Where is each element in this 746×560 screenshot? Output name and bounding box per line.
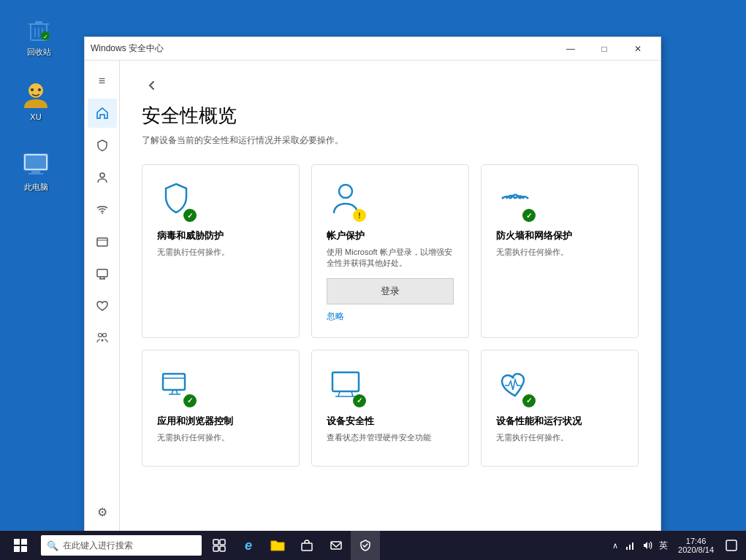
sidebar-health[interactable] xyxy=(88,291,117,321)
svg-rect-39 xyxy=(14,546,20,552)
tray-volume[interactable] xyxy=(640,531,655,560)
clock-date: 2020/8/14 xyxy=(678,545,714,554)
svg-rect-49 xyxy=(632,542,633,550)
store-button[interactable] xyxy=(292,531,321,560)
svg-rect-13 xyxy=(26,156,46,169)
device-performance-title: 设备性能和运行状况 xyxy=(496,415,623,428)
svg-rect-48 xyxy=(629,545,631,550)
tray-network[interactable] xyxy=(623,531,637,560)
sidebar-shield[interactable] xyxy=(88,131,117,160)
notification-button[interactable] xyxy=(720,531,743,560)
recycle-bin-label: 回收站 xyxy=(27,47,51,58)
mail-button[interactable] xyxy=(321,531,351,560)
card-virus-protection[interactable]: ✓ 病毒和威胁防护 无需执行任何操作。 xyxy=(142,164,300,338)
svg-rect-33 xyxy=(332,372,359,391)
tray-lang[interactable]: 英 xyxy=(658,531,669,560)
sidebar-wifi[interactable] xyxy=(88,195,117,224)
card-app-browser[interactable]: ✓ 应用和浏览器控制 无需执行任何操作。 xyxy=(142,350,300,467)
sidebar-family[interactable] xyxy=(88,323,117,353)
login-button[interactable]: 登录 xyxy=(327,278,454,304)
svg-point-27 xyxy=(339,185,352,198)
desktop-icon-user[interactable]: XU xyxy=(10,80,61,121)
tray-chevron[interactable]: ∧ xyxy=(611,531,620,560)
svg-rect-37 xyxy=(14,539,20,545)
svg-point-10 xyxy=(38,88,41,91)
back-button[interactable] xyxy=(142,75,162,96)
app-browser-desc: 无需执行任何操作。 xyxy=(157,432,284,443)
svg-point-24 xyxy=(98,334,102,337)
user-label: XU xyxy=(30,112,41,121)
window-controls: — □ ✕ xyxy=(554,37,655,61)
svg-rect-14 xyxy=(31,170,40,173)
device-security-icon-area: ✓ xyxy=(327,365,365,406)
start-button[interactable] xyxy=(3,531,38,560)
edge-button[interactable]: e xyxy=(234,531,263,560)
firewall-desc: 无需执行任何操作。 xyxy=(496,247,623,258)
search-bar[interactable]: 🔍 在此键入进行搜索 xyxy=(41,535,202,556)
sidebar-person[interactable] xyxy=(88,163,117,192)
svg-rect-45 xyxy=(302,543,312,551)
virus-icon-area: ✓ xyxy=(157,180,195,220)
svg-rect-38 xyxy=(21,539,27,545)
device-security-title: 设备安全性 xyxy=(327,415,454,428)
minimize-button[interactable]: — xyxy=(554,37,587,61)
svg-rect-50 xyxy=(726,540,737,551)
main-content: 安全性概览 了解设备当前的安全性和运行情况并采取必要操作。 ✓ 病毒和威胁防护 … xyxy=(120,61,661,532)
svg-rect-18 xyxy=(97,238,107,246)
taskbar: 🔍 在此键入进行搜索 e ∧ xyxy=(0,531,746,560)
search-icon: 🔍 xyxy=(47,540,58,551)
user-icon xyxy=(21,80,50,110)
desktop-icon-recycle[interactable]: ✓ 回收站 xyxy=(13,15,64,58)
virus-desc: 无需执行任何操作。 xyxy=(157,247,284,258)
sidebar-home[interactable] xyxy=(88,99,117,128)
account-desc: 使用 Microsoft 帐户登录，以增强安全性并获得其他好处。 xyxy=(327,247,454,269)
app-browser-title: 应用和浏览器控制 xyxy=(157,415,284,428)
card-account-protection[interactable]: ! 帐户保护 使用 Microsoft 帐户登录，以增强安全性并获得其他好处。 … xyxy=(311,164,469,338)
sidebar-settings[interactable]: ⚙ xyxy=(88,497,117,526)
svg-point-26 xyxy=(101,340,103,342)
virus-title: 病毒和威胁防护 xyxy=(157,229,284,242)
page-title: 安全性概览 xyxy=(142,103,639,129)
svg-point-25 xyxy=(102,334,106,337)
system-tray: ∧ 英 xyxy=(608,531,672,560)
device-security-status-badge: ✓ xyxy=(353,394,366,407)
security-window: Windows 安全中心 — □ ✕ ≡ xyxy=(84,37,661,533)
window-body: ≡ xyxy=(85,61,661,532)
card-device-security[interactable]: ✓ 设备安全性 查看状态并管理硬件安全功能 xyxy=(311,350,469,467)
svg-rect-20 xyxy=(97,269,107,277)
svg-rect-42 xyxy=(220,540,225,545)
svg-rect-28 xyxy=(163,374,185,390)
explorer-button[interactable] xyxy=(263,531,292,560)
svg-rect-2 xyxy=(35,21,42,24)
sidebar-hamburger[interactable]: ≡ xyxy=(88,66,117,96)
svg-rect-41 xyxy=(213,540,218,545)
cards-grid: ✓ 病毒和威胁防护 无需执行任何操作。 ! 帐户保护 使用 M xyxy=(142,164,639,467)
clock[interactable]: 17:46 2020/8/14 xyxy=(672,531,720,560)
thispc-icon xyxy=(21,150,50,179)
desktop-icon-thispc[interactable]: 此电脑 xyxy=(10,150,61,193)
title-bar: Windows 安全中心 — □ ✕ xyxy=(85,37,661,61)
search-placeholder: 在此键入进行搜索 xyxy=(63,540,133,552)
defender-button[interactable] xyxy=(351,531,380,560)
sidebar: ≡ xyxy=(85,61,120,532)
firewall-title: 防火墙和网络保护 xyxy=(496,229,623,242)
account-icon-area: ! xyxy=(327,180,365,220)
device-performance-desc: 无需执行任何操作。 xyxy=(496,432,623,443)
close-button[interactable]: ✕ xyxy=(621,37,655,61)
sidebar-browser[interactable] xyxy=(88,227,117,256)
card-firewall[interactable]: ✓ 防火墙和网络保护 无需执行任何操作。 xyxy=(481,164,639,338)
recycle-bin-icon: ✓ xyxy=(24,15,53,44)
tray-lang-text: 英 xyxy=(659,540,668,552)
account-title: 帐户保护 xyxy=(327,229,454,242)
app-browser-icon-area: ✓ xyxy=(157,365,195,406)
card-device-performance[interactable]: ✓ 设备性能和运行状况 无需执行任何操作。 xyxy=(481,350,639,467)
svg-point-17 xyxy=(102,212,103,214)
task-view-button[interactable] xyxy=(205,531,234,560)
svg-rect-47 xyxy=(626,547,628,550)
maximize-button[interactable]: □ xyxy=(587,37,621,61)
sidebar-monitor[interactable] xyxy=(88,259,117,288)
ignore-link[interactable]: 忽略 xyxy=(327,310,454,323)
window-title: Windows 安全中心 xyxy=(91,42,554,55)
account-status-badge: ! xyxy=(353,209,366,222)
thispc-label: 此电脑 xyxy=(24,182,48,193)
